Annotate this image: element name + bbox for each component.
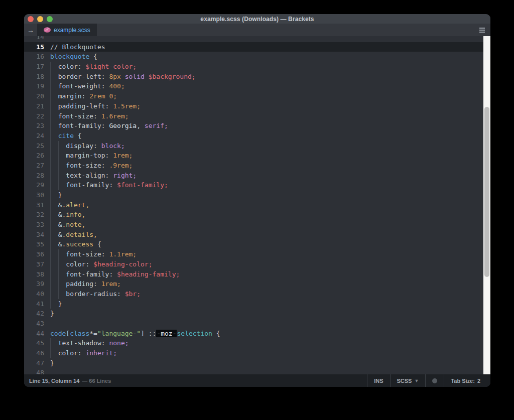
token-sel: class: [70, 330, 89, 337]
code-line[interactable]: 14: [24, 36, 490, 42]
line-number[interactable]: 40: [24, 289, 47, 299]
code-line[interactable]: 40 border-radius: $br;: [24, 289, 490, 299]
indent-guide: [50, 239, 51, 249]
token-var: $br;: [125, 290, 141, 298]
line-number[interactable]: 42: [24, 309, 47, 319]
token-cls: .info,: [62, 211, 85, 218]
line-number[interactable]: 16: [24, 52, 47, 62]
line-number[interactable]: 28: [24, 171, 47, 181]
code-line[interactable]: 44code[class*="language-"] ::-moz-select…: [24, 329, 490, 339]
code-line[interactable]: 20 margin: 2rem 0;: [24, 91, 490, 101]
line-number[interactable]: 29: [24, 180, 47, 190]
line-number[interactable]: 38: [24, 269, 47, 279]
code-line[interactable]: 29 font-family: $font-family;: [24, 180, 490, 190]
code-line[interactable]: 34 &.details,: [24, 230, 490, 240]
line-number[interactable]: 20: [24, 91, 47, 101]
code-line[interactable]: 35 &.success {: [24, 239, 490, 249]
line-number[interactable]: 26: [24, 151, 47, 161]
editor-pane[interactable]: 1415// Blockquotes16blockquote {17 color…: [24, 36, 490, 374]
minimize-button[interactable]: [37, 16, 43, 22]
code-line[interactable]: 38 font-family: $heading-family;: [24, 269, 490, 279]
code-text: font-family: $heading-family;: [50, 269, 490, 279]
code-line[interactable]: 22 font-size: 1.6rem;: [24, 111, 490, 121]
line-number[interactable]: 18: [24, 72, 47, 82]
line-number[interactable]: 19: [24, 81, 47, 91]
code-line[interactable]: 19 font-weight: 400;: [24, 81, 490, 91]
line-number[interactable]: 37: [24, 259, 47, 269]
line-number[interactable]: 48: [24, 368, 47, 374]
indent-guide: [50, 62, 51, 72]
language-selector[interactable]: SCSS ▼: [390, 374, 426, 387]
insert-mode-toggle[interactable]: INS: [367, 374, 390, 387]
code-line[interactable]: 28 text-align: right;: [24, 171, 490, 181]
token-sel: blockquote: [50, 53, 89, 60]
token-num: .9rem;: [109, 162, 133, 169]
code-line[interactable]: 23 font-family: Georgia, serif;: [24, 121, 490, 131]
line-number[interactable]: 33: [24, 220, 47, 230]
code-line[interactable]: 25 display: block;: [24, 141, 490, 151]
line-number[interactable]: 27: [24, 161, 47, 171]
zoom-button[interactable]: [47, 16, 53, 22]
code-line[interactable]: 15// Blockquotes: [24, 42, 490, 52]
code-line[interactable]: 31 &.alert,: [24, 200, 490, 210]
health-indicator[interactable]: [425, 374, 444, 387]
code-line[interactable]: 24 cite {: [24, 131, 490, 141]
line-number[interactable]: 32: [24, 210, 47, 220]
line-number[interactable]: 31: [24, 200, 47, 210]
close-button[interactable]: [28, 16, 34, 22]
line-number[interactable]: 36: [24, 249, 47, 259]
code-line[interactable]: 33 &.note,: [24, 220, 490, 230]
line-number[interactable]: 34: [24, 230, 47, 240]
line-number[interactable]: 15: [24, 42, 47, 52]
sidebar-toggle-arrow-icon[interactable]: →: [24, 24, 37, 36]
scrollbar-track[interactable]: [483, 36, 490, 374]
scrollbar-thumb[interactable]: [484, 107, 489, 277]
line-number[interactable]: 47: [24, 358, 47, 368]
tab-example-scss[interactable]: example.scss: [37, 24, 97, 36]
line-number[interactable]: 23: [24, 121, 47, 131]
tab-size-setting[interactable]: Tab Size: 2: [444, 374, 487, 387]
code-line[interactable]: 48: [24, 368, 490, 374]
code-line[interactable]: 21 padding-left: 1.5rem;: [24, 101, 490, 111]
line-number[interactable]: 41: [24, 299, 47, 309]
code-line[interactable]: 18 border-left: 8px solid $background;: [24, 72, 490, 82]
token-num: 1rem;: [101, 280, 121, 288]
line-number[interactable]: 39: [24, 279, 47, 289]
code-line[interactable]: 27 font-size: .9rem;: [24, 161, 490, 171]
code-line[interactable]: 41 }: [24, 299, 490, 309]
code-line[interactable]: 16blockquote {: [24, 52, 490, 62]
line-number[interactable]: 21: [24, 101, 47, 111]
indent-guide: [50, 171, 51, 181]
line-number[interactable]: 43: [24, 319, 47, 329]
line-number[interactable]: 46: [24, 348, 47, 358]
code-line[interactable]: 37 color: $heading-color;: [24, 259, 490, 269]
code-line[interactable]: 43: [24, 319, 490, 329]
code-line[interactable]: 39 padding: 1rem;: [24, 279, 490, 289]
line-number[interactable]: 22: [24, 111, 47, 121]
code-line[interactable]: 30 }: [24, 190, 490, 200]
token-p: font-weight:: [50, 82, 109, 90]
code-text: padding: 1rem;: [50, 279, 490, 289]
code-line[interactable]: 36 font-size: 1.1rem;: [24, 249, 490, 259]
working-files-menu-button[interactable]: [479, 24, 490, 36]
line-number[interactable]: 45: [24, 338, 47, 348]
code-line[interactable]: 46 color: inherit;: [24, 348, 490, 358]
code-line[interactable]: 45 text-shadow: none;: [24, 338, 490, 348]
line-number[interactable]: 14: [24, 36, 47, 42]
title-bar[interactable]: example.scss (Downloads) — Brackets: [24, 14, 490, 24]
indent-guide: [58, 161, 59, 171]
code-line[interactable]: 47}: [24, 358, 490, 368]
code-line[interactable]: 42}: [24, 309, 490, 319]
line-number[interactable]: 17: [24, 62, 47, 72]
line-number[interactable]: 30: [24, 190, 47, 200]
code-line[interactable]: 26 margin-top: 1rem;: [24, 151, 490, 161]
code-line[interactable]: 32 &.info,: [24, 210, 490, 220]
line-number[interactable]: 24: [24, 131, 47, 141]
code-text: &.alert,: [50, 200, 490, 210]
code-line[interactable]: 17 color: $light-color;: [24, 62, 490, 72]
line-number[interactable]: 25: [24, 141, 47, 151]
token-var: $background;: [149, 73, 196, 80]
line-number[interactable]: 44: [24, 329, 47, 339]
indent-guide: [58, 269, 59, 279]
line-number[interactable]: 35: [24, 239, 47, 249]
